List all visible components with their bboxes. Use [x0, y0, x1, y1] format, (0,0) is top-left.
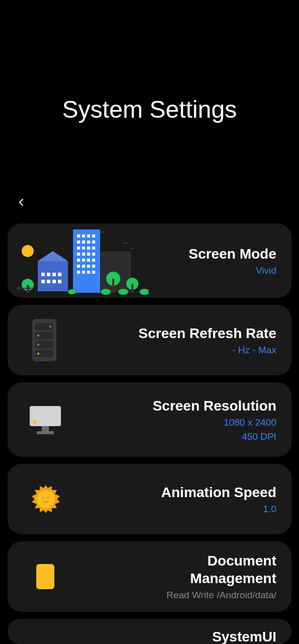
- card-value: - Hz - Max: [58, 344, 276, 356]
- monitor-icon: [28, 404, 63, 435]
- svg-point-0: [22, 245, 34, 257]
- svg-rect-7: [77, 240, 80, 244]
- card-title: Screen Mode: [148, 245, 276, 263]
- card-screen-mode[interactable]: Screen Mode Vivid: [8, 223, 291, 298]
- svg-point-49: [139, 289, 148, 295]
- svg-rect-9: [87, 240, 90, 244]
- svg-rect-34: [47, 273, 50, 276]
- svg-rect-22: [92, 259, 95, 262]
- svg-rect-46: [131, 284, 133, 293]
- card-title: SystemUI: [35, 628, 276, 645]
- svg-rect-27: [77, 271, 80, 274]
- svg-rect-70: [36, 564, 54, 589]
- svg-rect-39: [52, 280, 56, 283]
- svg-rect-36: [58, 273, 61, 276]
- svg-marker-31: [38, 251, 68, 261]
- svg-point-64: [33, 420, 37, 424]
- document-icon: [35, 563, 55, 590]
- svg-rect-35: [52, 273, 56, 276]
- back-icon[interactable]: [15, 201, 27, 210]
- svg-rect-11: [77, 247, 80, 250]
- svg-rect-13: [87, 247, 90, 250]
- svg-rect-25: [87, 265, 90, 268]
- card-systemui[interactable]: SystemUI: [8, 619, 291, 644]
- svg-point-47: [101, 289, 111, 295]
- svg-rect-23: [77, 265, 80, 268]
- svg-rect-66: [37, 431, 54, 434]
- svg-rect-38: [47, 280, 50, 283]
- svg-rect-40: [58, 280, 61, 283]
- svg-rect-3: [77, 234, 80, 237]
- svg-rect-5: [87, 234, 90, 237]
- svg-rect-18: [92, 253, 95, 256]
- svg-point-67: [37, 490, 55, 508]
- svg-rect-28: [82, 271, 85, 274]
- svg-point-62: [37, 353, 39, 355]
- card-resolution[interactable]: Screen Resolution 1080 x 2400 450 DPI: [8, 382, 291, 457]
- svg-rect-14: [92, 247, 95, 250]
- svg-rect-29: [87, 271, 90, 274]
- svg-rect-52: [19, 286, 20, 291]
- card-title: Screen Refresh Rate: [58, 325, 276, 342]
- card-title: Animation Speed: [61, 484, 276, 501]
- svg-rect-19: [77, 259, 80, 262]
- card-value-1: 1080 x 2400: [63, 417, 276, 429]
- svg-rect-65: [42, 426, 49, 431]
- card-value: 1.0: [61, 503, 276, 515]
- svg-rect-16: [82, 253, 85, 256]
- svg-point-61: [37, 344, 39, 346]
- sun-icon: [30, 484, 61, 515]
- svg-rect-44: [112, 279, 114, 293]
- card-value-2: 450 DPI: [63, 431, 276, 443]
- svg-rect-17: [87, 253, 90, 256]
- svg-rect-4: [82, 234, 85, 237]
- server-icon: [30, 318, 58, 362]
- page-title: System Settings: [0, 96, 299, 123]
- svg-rect-53: [29, 286, 30, 291]
- svg-rect-8: [82, 240, 85, 244]
- svg-rect-1: [101, 252, 131, 292]
- card-title-1: Document: [55, 552, 276, 570]
- card-animation-speed[interactable]: Animation Speed 1.0: [8, 464, 291, 534]
- svg-rect-33: [41, 273, 45, 276]
- back-row: [0, 123, 299, 210]
- svg-point-68: [43, 497, 44, 499]
- svg-rect-30: [92, 271, 95, 274]
- card-title-2: Management: [55, 570, 276, 587]
- svg-point-48: [118, 289, 128, 295]
- svg-rect-15: [77, 253, 80, 256]
- svg-rect-20: [82, 259, 85, 262]
- svg-point-60: [37, 335, 39, 337]
- svg-rect-6: [92, 234, 95, 237]
- header: System Settings: [0, 0, 299, 123]
- card-document-management[interactable]: Document Management Read Write /Android/…: [8, 541, 291, 612]
- svg-rect-12: [82, 247, 85, 250]
- card-refresh-rate[interactable]: Screen Refresh Rate - Hz - Max: [8, 305, 291, 375]
- svg-point-50: [68, 289, 76, 294]
- svg-rect-26: [92, 265, 95, 268]
- settings-cards: Screen Mode Vivid Screen Refresh Rate - …: [0, 210, 299, 644]
- svg-rect-37: [41, 280, 45, 283]
- card-subtitle: Read Write /Android/data/: [55, 589, 276, 601]
- card-title: Screen Resolution: [63, 397, 276, 415]
- svg-rect-21: [87, 259, 90, 262]
- city-illustration-icon: [8, 223, 148, 298]
- svg-rect-10: [92, 240, 95, 244]
- card-value: Vivid: [148, 265, 276, 277]
- svg-point-69: [48, 497, 49, 499]
- svg-rect-24: [82, 265, 85, 268]
- svg-point-59: [49, 326, 51, 328]
